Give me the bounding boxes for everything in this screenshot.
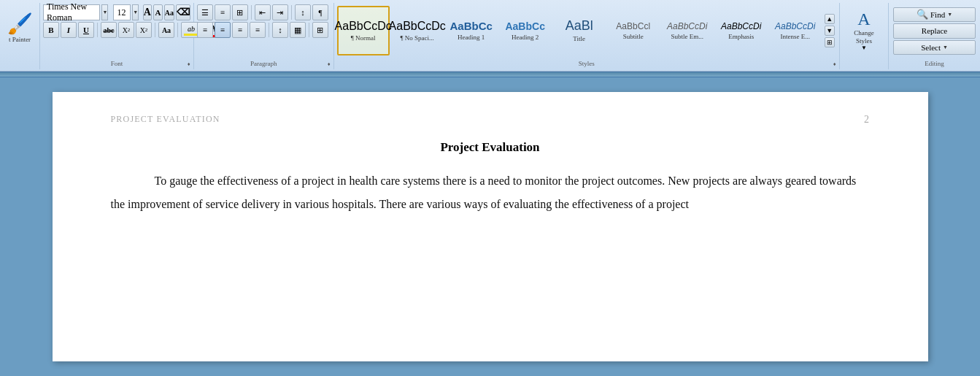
font-size-box[interactable]: 12 [113,4,131,20]
change-case-button[interactable]: Aa [164,4,174,20]
change-styles-button[interactable]: A ChangeStyles ▼ [842,7,886,55]
styles-scroll-up[interactable]: ▲ [825,14,835,24]
style-normal-preview: AaBbCcDc [335,20,392,33]
subscript-button[interactable]: X2 [118,22,134,38]
painter-section: 🖌️ t Painter [0,3,40,69]
paragraph-section-label: Paragraph [194,60,333,67]
ribbon-separator [0,72,980,77]
style-emphasis[interactable]: AaBbCcDi Emphasis [715,6,768,55]
style-title-preview: AaBl [566,18,593,34]
paragraph-expand-icon[interactable]: ⬧ [327,60,331,67]
style-nospace-label: ¶ No Spaci... [401,34,434,42]
style-title-label: Title [573,35,585,42]
font-name-dropdown[interactable]: ▼ [101,4,108,20]
style-intense-preview: AaBbCcDi [775,21,815,31]
document-header: PROJECT EVALUATION 2 [111,114,870,126]
style-intense-e[interactable]: AaBbCcDi Intense E... [769,6,822,55]
replace-label: Replace [922,26,947,35]
format-painter-button[interactable]: 🖌️ t Painter [3,4,36,50]
find-arrow: ▼ [947,12,952,18]
superscript-button[interactable]: X2 [136,22,152,38]
sort-button[interactable]: ↕ [295,4,311,20]
shading-button[interactable]: ▦ [290,22,306,38]
style-title[interactable]: AaBl Title [553,6,606,55]
font-name-value: Times New Roman [47,1,96,23]
style-emphasis-preview: AaBbCcDi [721,21,761,31]
document-main-title: Project Evaluation [111,140,870,155]
style-h2-preview: AaBbCc [505,20,544,32]
bold-button[interactable]: B [43,22,59,38]
align-left-button[interactable]: ≡ [197,22,213,38]
document-header-title: PROJECT EVALUATION [111,114,220,125]
underline-button[interactable]: U [78,22,94,38]
editing-group: 🔍 Find ▼ Replace Select ▼ Editing [889,3,980,69]
style-heading1[interactable]: AaBbCc Heading 1 [445,6,498,55]
font-section-label: Font [40,60,193,67]
style-heading2[interactable]: AaBbCc Heading 2 [499,6,552,55]
strikethrough-button[interactable]: abc [101,22,117,38]
editing-section-label: Editing [889,60,980,67]
style-h2-label: Heading 2 [512,34,539,41]
font-size-value: 12 [117,7,126,18]
style-no-spacing[interactable]: AaBbCcDc ¶ No Spaci... [391,6,444,55]
italic-button[interactable]: I [61,22,77,38]
select-label: Select [921,43,941,52]
bullets-button[interactable]: ☰ [197,4,213,20]
borders-button[interactable]: ⊞ [312,22,328,38]
justify-button[interactable]: ≡ [250,22,266,38]
font-group: Times New Roman ▼ 12 ▼ A A Aa ⌫ B I U ab… [40,3,194,69]
style-h1-label: Heading 1 [458,34,485,41]
decrease-indent-button[interactable]: ⇤ [255,4,271,20]
style-intense-label: Intense E... [780,33,810,40]
line-spacing-button[interactable]: ↕ [272,22,288,38]
style-subtle-em[interactable]: AaBbCcDi Subtle Em... [661,6,714,55]
styles-expand-icon[interactable]: ⬧ [833,60,836,67]
style-subtitle-preview: AaBbCcl [616,21,650,31]
document-page: PROJECT EVALUATION 2 Project Evaluation … [53,92,928,361]
document-body[interactable]: To gauge the effectiveness of a project … [111,169,870,216]
styles-more[interactable]: ⊞ [825,37,835,47]
style-h1-preview: AaBbCc [450,20,493,32]
change-styles-label: ChangeStyles [854,29,874,45]
painter-label: t Painter [9,36,31,43]
document-page-number: 2 [864,114,870,126]
styles-group: AaBbCcDc ¶ Normal AaBbCcDc ¶ No Spaci...… [334,3,840,69]
align-center-button[interactable]: ≡ [215,22,231,38]
style-normal[interactable]: AaBbCcDc ¶ Normal [337,6,390,55]
select-arrow: ▼ [943,45,948,50]
change-case-btn2[interactable]: Aa [158,22,174,38]
font-name-box[interactable]: Times New Roman [43,4,100,20]
style-subtle-preview: AaBbCcDi [667,21,707,31]
find-icon: 🔍 [917,9,928,20]
styles-scroll-down[interactable]: ▼ [825,26,835,36]
shrink-font-button[interactable]: A [153,4,163,20]
grow-font-button[interactable]: A [143,4,153,20]
show-formatting-button[interactable]: ¶ [312,4,328,20]
replace-button[interactable]: Replace [893,23,976,38]
numbering-button[interactable]: ≡ [215,4,231,20]
style-normal-label: ¶ Normal [351,34,376,42]
change-styles-group: A ChangeStyles ▼ [840,3,889,69]
select-button[interactable]: Select ▼ [893,40,976,55]
clear-format-button[interactable]: ⌫ [176,4,190,20]
change-styles-arrow: ▼ [861,45,867,51]
align-right-button[interactable]: ≡ [232,22,248,38]
ribbon: 🖌️ t Painter Times New Roman ▼ 12 ▼ A A … [0,0,980,72]
styles-scroll: ▲ ▼ ⊞ [823,14,836,47]
change-styles-icon: A [857,9,870,29]
style-subtle-label: Subtle Em... [671,33,703,40]
font-expand-icon[interactable]: ⬧ [187,60,190,67]
find-button[interactable]: 🔍 Find ▼ [893,7,976,22]
font-size-dropdown[interactable]: ▼ [132,4,139,20]
paragraph-group: ☰ ≡ ⊞ ⇤ ⇥ ↕ ¶ ≡ ≡ ≡ ≡ ↕ ▦ ⊞ Paragraph ⬧ [194,3,334,69]
styles-section-label: Styles [334,60,839,67]
document-area: PROJECT EVALUATION 2 Project Evaluation … [0,77,980,376]
increase-indent-button[interactable]: ⇥ [272,4,288,20]
style-emphasis-label: Emphasis [728,33,754,40]
multilevel-list-button[interactable]: ⊞ [232,4,248,20]
find-label: Find [930,10,945,19]
style-subtitle-label: Subtitle [623,33,644,40]
style-nospace-preview: AaBbCcDc [389,20,446,33]
style-subtitle[interactable]: AaBbCcl Subtitle [607,6,660,55]
